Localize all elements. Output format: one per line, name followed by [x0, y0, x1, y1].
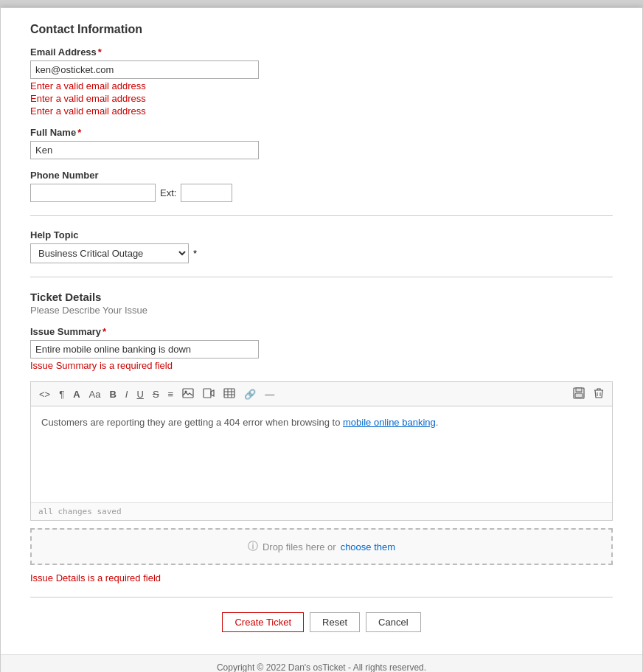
toolbar-right	[569, 385, 608, 403]
help-topic-row: Business Critical Outage General Inquiry…	[30, 243, 613, 263]
email-error-2: Enter a valid email address	[30, 93, 613, 104]
italic-btn[interactable]: I	[122, 387, 132, 401]
font-color-btn[interactable]: A	[69, 387, 83, 401]
section-title-contact: Contact Information	[30, 23, 613, 36]
hr-btn[interactable]: —	[261, 387, 278, 401]
code-btn[interactable]: <>	[35, 387, 54, 401]
ticket-details-title: Ticket Details	[30, 291, 613, 303]
help-topic-label: Help Topic	[30, 229, 613, 240]
underline-btn[interactable]: U	[133, 387, 147, 401]
fullname-group: Full Name*	[30, 127, 613, 159]
divider-3	[30, 597, 613, 597]
editor-text-before: Customers are reporting they are getting…	[41, 417, 343, 428]
ticket-details-section: Ticket Details Please Describe Your Issu…	[30, 291, 613, 583]
phone-row: Ext:	[30, 184, 613, 202]
footer: Copyright © 2022 Dan's osTicket - All ri…	[1, 654, 642, 672]
create-ticket-button[interactable]: Create Ticket	[222, 612, 304, 632]
editor-body[interactable]: Customers are reporting they are getting…	[31, 406, 612, 502]
link-btn[interactable]: 🔗	[240, 387, 260, 401]
image-btn[interactable]	[178, 386, 198, 402]
save-btn[interactable]	[569, 385, 588, 403]
svg-rect-9	[576, 388, 582, 392]
drop-zone[interactable]: ⓘ Drop files here or choose them	[30, 528, 613, 565]
issue-details-error: Issue Details is a required field	[30, 572, 613, 583]
table-btn[interactable]	[220, 386, 239, 402]
fullname-label: Full Name*	[30, 127, 613, 138]
footer-copyright: Copyright © 2022 Dan's osTicket - All ri…	[1, 662, 642, 672]
email-label: Email Address*	[30, 46, 613, 58]
svg-rect-3	[224, 389, 234, 398]
phone-group: Phone Number Ext:	[30, 170, 613, 202]
button-row: Create Ticket Reset Cancel	[30, 612, 613, 632]
list-btn[interactable]: ≡	[164, 387, 178, 401]
issue-summary-label: Issue Summary*	[30, 326, 613, 337]
email-error-1: Enter a valid email address	[30, 80, 613, 91]
video-btn[interactable]	[199, 386, 218, 402]
issue-summary-input[interactable]	[30, 340, 259, 358]
choose-files-link[interactable]: choose them	[341, 541, 395, 553]
drop-zone-text: Drop files here or	[263, 541, 336, 553]
help-topic-select[interactable]: Business Critical Outage General Inquiry…	[30, 243, 189, 263]
font-size-btn[interactable]: Aa	[86, 387, 105, 401]
paragraph-btn[interactable]: ¶	[55, 387, 68, 401]
svg-rect-2	[204, 389, 211, 398]
divider-1	[30, 215, 613, 216]
svg-rect-0	[183, 389, 193, 398]
rich-text-editor: <> ¶ A Aa B I U S ≡	[30, 381, 613, 521]
editor-link[interactable]: mobile online banking	[343, 417, 436, 428]
cancel-button[interactable]: Cancel	[366, 612, 420, 632]
reset-button[interactable]: Reset	[310, 612, 360, 632]
help-topic-required: *	[193, 248, 197, 259]
email-group: Email Address* Enter a valid email addre…	[30, 46, 613, 117]
help-topic-group: Help Topic Business Critical Outage Gene…	[30, 229, 613, 263]
ext-label: Ext:	[160, 187, 176, 198]
svg-rect-10	[575, 393, 583, 398]
phone-input[interactable]	[30, 184, 156, 202]
ext-input[interactable]	[181, 184, 232, 202]
email-error-3: Enter a valid email address	[30, 105, 613, 117]
page-container: Contact Information Email Address* Enter…	[0, 7, 643, 672]
phone-label: Phone Number	[30, 170, 613, 181]
bold-btn[interactable]: B	[105, 387, 119, 401]
strikethrough-btn[interactable]: S	[149, 387, 163, 401]
editor-toolbar: <> ¶ A Aa B I U S ≡	[31, 382, 612, 406]
main-content: Contact Information Email Address* Enter…	[1, 8, 642, 654]
divider-2	[30, 277, 613, 277]
editor-text-after: .	[436, 417, 439, 428]
issue-summary-group: Issue Summary* Issue Summary is a requir…	[30, 326, 613, 371]
ticket-details-subtitle: Please Describe Your Issue	[30, 305, 613, 316]
delete-btn[interactable]	[590, 385, 608, 403]
drop-zone-icon: ⓘ	[248, 540, 258, 553]
email-input[interactable]	[30, 60, 259, 79]
editor-footer: all changes saved	[31, 502, 612, 520]
issue-summary-error: Issue Summary is a required field	[30, 360, 613, 371]
fullname-input[interactable]	[30, 141, 259, 159]
